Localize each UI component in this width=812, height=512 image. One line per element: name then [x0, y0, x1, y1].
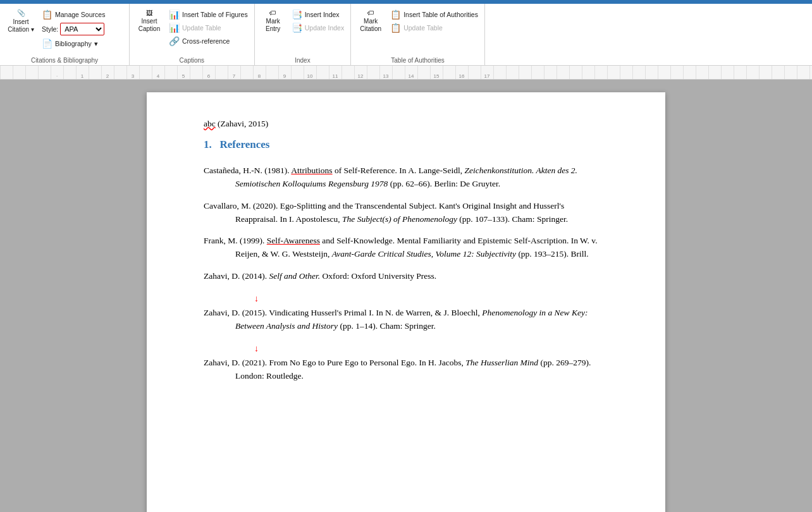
main-area: abc (Zahavi, 2015) 1. References Castañe… [0, 80, 812, 512]
update-table-captions-icon: 📊 [169, 23, 180, 33]
arrow-1: ↓ [254, 292, 608, 305]
insert-index-button[interactable]: 📑 Insert Index [289, 8, 347, 21]
ruler: · 1 2 3 4 5 6 7 8 9 10 11 12 13 14 15 16… [0, 66, 812, 80]
cross-reference-button[interactable]: 🔗 Cross-reference [166, 35, 250, 47]
style-row: Style: APA MLA Chicago [39, 21, 108, 37]
intro-text: abc (Zahavi, 2015) [204, 118, 608, 130]
bibliography-button[interactable]: 📄 Bibliography ▾ [39, 37, 108, 50]
update-table-authorities-label: Update Table [403, 24, 443, 32]
bibliography-icon: 📄 [42, 39, 52, 49]
update-index-label: Update Index [305, 24, 344, 32]
cross-reference-label: Cross-reference [182, 37, 230, 45]
update-table-captions-label: Update Table [182, 24, 221, 32]
mark-entry-label: MarkEntry [266, 18, 280, 33]
index-group: 🏷 MarkEntry 📑 Insert Index 📑 Update Inde… [255, 4, 351, 65]
reference-1: Castañeda, H.-N. (1981). Attributions of… [204, 164, 608, 191]
insert-table-of-figures-label: Insert Table of Figures [182, 11, 248, 18]
ribbon: 📎 InsertCitation ▾ 📋 Manage Sources Styl… [0, 4, 812, 66]
insert-index-label: Insert Index [305, 11, 340, 18]
table-of-authorities-group-label: Table of Authorities [355, 56, 481, 65]
insert-citation-button[interactable]: 📎 InsertCitation ▾ [4, 6, 38, 36]
reference-5: Zahavi, D. (2015). Vindicating Husserl's… [204, 307, 608, 333]
update-index-button[interactable]: 📑 Update Index [289, 21, 347, 34]
insert-table-of-authorities-icon: 📋 [390, 9, 401, 20]
captions-group: 🖼 InsertCaption 📊 Insert Table of Figure… [130, 4, 255, 65]
reference-2: Cavallaro, M. (2020). Ego-Splitting and … [204, 200, 608, 226]
mark-entry-icon: 🏷 [269, 9, 276, 16]
captions-group-label: Captions [133, 56, 250, 65]
insert-table-of-authorities-button[interactable]: 📋 Insert Table of Authorities [388, 8, 481, 21]
citations-bibliography-group: 📎 InsertCitation ▾ 📋 Manage Sources Styl… [0, 4, 130, 65]
citation-text: (Zahavi, 2015) [218, 119, 268, 128]
insert-caption-label: InsertCaption [138, 18, 160, 33]
reference-6: Zahavi, D. (2021). From No Ego to Pure E… [204, 357, 608, 383]
insert-caption-button[interactable]: 🖼 InsertCaption [133, 6, 165, 35]
insert-citation-icon: 📎 [17, 9, 25, 17]
mark-citation-icon: 🏷 [367, 9, 374, 16]
reference-4: Zahavi, D. (2014). Self and Other. Oxfor… [204, 270, 608, 283]
insert-index-icon: 📑 [292, 9, 302, 20]
table-of-authorities-group: 🏷 MarkCitation 📋 Insert Table of Authori… [351, 4, 485, 65]
manage-sources-label: Manage Sources [55, 11, 105, 18]
mark-citation-label: MarkCitation [360, 18, 381, 33]
citations-bibliography-label: Citations & Bibliography [4, 56, 125, 65]
cross-reference-icon: 🔗 [169, 36, 180, 46]
update-table-authorities-button[interactable]: 📋 Update Table [388, 21, 481, 34]
manage-sources-button[interactable]: 📋 Manage Sources [39, 8, 108, 21]
mark-entry-button[interactable]: 🏷 MarkEntry [259, 6, 288, 35]
update-index-icon: 📑 [292, 23, 302, 33]
insert-table-of-figures-icon: 📊 [169, 9, 180, 20]
abc-word: abc [204, 119, 216, 128]
update-table-captions-button[interactable]: 📊 Update Table [166, 21, 250, 34]
insert-table-of-authorities-label: Insert Table of Authorities [403, 11, 478, 18]
style-select[interactable]: APA MLA Chicago [60, 23, 104, 35]
index-group-label: Index [259, 56, 347, 65]
manage-sources-icon: 📋 [42, 9, 52, 20]
style-label: Style: [42, 25, 58, 33]
bibliography-label: Bibliography [55, 40, 92, 47]
mark-citation-button[interactable]: 🏷 MarkCitation [355, 6, 386, 35]
arrow-2: ↓ [254, 342, 608, 355]
document[interactable]: abc (Zahavi, 2015) 1. References Castañe… [147, 92, 665, 512]
update-table-authorities-icon: 📋 [390, 23, 401, 33]
insert-citation-label: InsertCitation ▾ [8, 18, 34, 34]
insert-table-of-figures-button[interactable]: 📊 Insert Table of Figures [166, 8, 250, 21]
insert-caption-icon: 🖼 [146, 9, 153, 16]
references-heading: 1. References [204, 137, 608, 153]
reference-3: Frank, M. (1999). Self-Awareness and Sel… [204, 235, 608, 261]
